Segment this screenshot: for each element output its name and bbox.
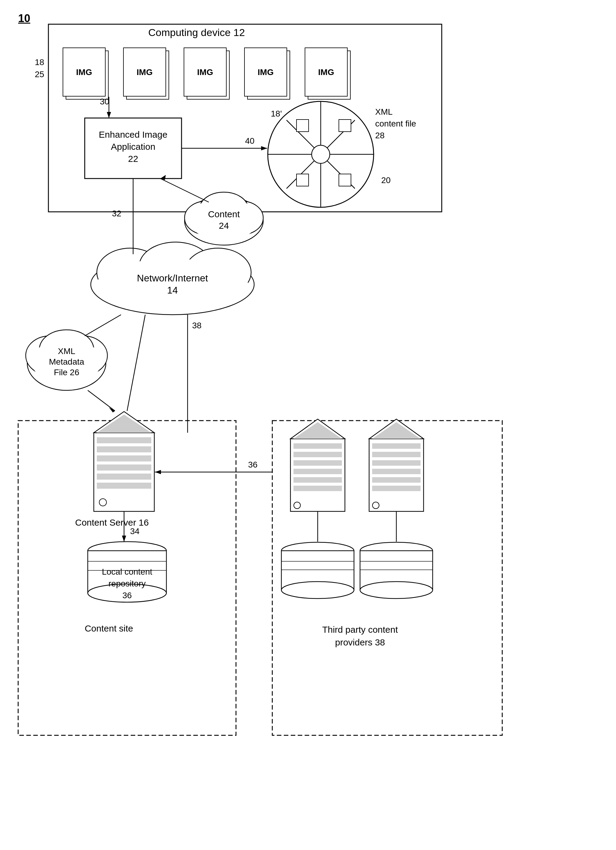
svg-point-54 <box>39 330 94 369</box>
computing-device-label: Computing device 12 <box>148 27 245 39</box>
svg-rect-64 <box>97 437 151 443</box>
svg-rect-62 <box>272 421 502 735</box>
svg-text:XML: XML <box>58 346 75 356</box>
svg-rect-99 <box>372 477 420 483</box>
svg-point-22 <box>268 101 374 207</box>
third-party-label: Third party content providers 38 <box>278 623 442 649</box>
xml-content-file-label: XML content file 28 <box>375 106 416 142</box>
svg-marker-102 <box>369 419 423 439</box>
local-repo-label: Local content repository 36 <box>88 566 166 602</box>
content-site-label: Content site <box>67 623 151 634</box>
svg-point-101 <box>372 502 379 509</box>
svg-marker-33 <box>261 146 267 150</box>
svg-rect-28 <box>296 120 309 132</box>
svg-rect-11 <box>244 48 287 96</box>
svg-text:File 26: File 26 <box>54 368 79 377</box>
svg-line-59 <box>85 315 121 336</box>
svg-rect-89 <box>293 477 342 483</box>
svg-rect-5 <box>123 48 166 96</box>
svg-point-91 <box>294 502 301 509</box>
svg-marker-74 <box>109 407 115 412</box>
svg-point-46 <box>185 248 251 296</box>
svg-line-116 <box>127 315 145 411</box>
svg-rect-10 <box>248 51 290 99</box>
svg-rect-96 <box>372 452 420 457</box>
svg-text:IMG: IMG <box>76 67 92 77</box>
svg-marker-71 <box>94 412 154 433</box>
svg-point-34 <box>185 197 263 245</box>
svg-text:IMG: IMG <box>137 67 153 77</box>
svg-point-77 <box>88 542 166 560</box>
svg-point-106 <box>281 582 354 599</box>
ref-40: 40 <box>245 136 254 146</box>
figure-label: 10 <box>18 12 30 25</box>
svg-text:Metadata: Metadata <box>49 357 84 367</box>
svg-point-47 <box>97 259 248 310</box>
svg-point-43 <box>91 254 254 315</box>
svg-rect-2 <box>63 48 105 96</box>
ref-34: 34 <box>130 527 139 536</box>
svg-rect-98 <box>372 469 420 474</box>
svg-rect-7 <box>187 51 229 99</box>
svg-rect-16 <box>85 118 181 178</box>
svg-text:IMG: IMG <box>318 67 334 77</box>
svg-text:14: 14 <box>167 285 178 296</box>
svg-point-44 <box>97 248 163 296</box>
svg-rect-68 <box>97 474 151 480</box>
svg-rect-94 <box>369 439 423 512</box>
ref-32: 32 <box>112 209 121 218</box>
ref-20: 20 <box>381 175 390 185</box>
svg-point-109 <box>360 542 433 559</box>
svg-point-70 <box>99 499 106 506</box>
svg-marker-76 <box>155 470 161 474</box>
svg-point-38 <box>189 198 259 241</box>
svg-text:Content: Content <box>208 209 240 219</box>
svg-rect-110 <box>360 551 433 590</box>
svg-point-53 <box>59 336 108 375</box>
svg-point-111 <box>360 582 433 599</box>
svg-rect-30 <box>296 174 309 186</box>
svg-text:22: 22 <box>128 154 138 164</box>
svg-rect-84 <box>290 439 345 512</box>
svg-rect-13 <box>308 51 350 99</box>
svg-marker-92 <box>290 419 345 439</box>
ref-25: 25 <box>35 70 44 79</box>
svg-text:IMG: IMG <box>197 67 213 77</box>
svg-rect-29 <box>339 120 351 132</box>
diagram-svg: IMG IMG IMG IMG IMG Enhanced Image Appli… <box>0 0 616 850</box>
svg-rect-95 <box>372 443 420 449</box>
svg-rect-105 <box>281 551 354 590</box>
svg-rect-88 <box>293 469 342 474</box>
svg-rect-63 <box>94 433 154 512</box>
svg-rect-69 <box>97 483 151 489</box>
svg-marker-21 <box>107 112 111 118</box>
ref-18: 18 <box>35 57 44 67</box>
svg-point-37 <box>200 192 248 226</box>
svg-marker-42 <box>160 175 166 180</box>
svg-rect-66 <box>97 455 151 461</box>
svg-point-45 <box>139 242 212 290</box>
svg-rect-1 <box>66 51 108 99</box>
svg-text:Application: Application <box>111 142 155 152</box>
svg-rect-100 <box>372 486 420 491</box>
svg-rect-87 <box>293 460 342 466</box>
svg-text:Network/Internet: Network/Internet <box>137 272 208 284</box>
svg-marker-72 <box>97 415 151 433</box>
svg-marker-93 <box>293 422 342 439</box>
svg-point-27 <box>312 145 330 163</box>
svg-point-35 <box>185 201 227 235</box>
svg-text:Enhanced Image: Enhanced Image <box>99 130 167 139</box>
svg-line-25 <box>287 120 355 189</box>
ref-30: 30 <box>100 97 109 106</box>
svg-point-55 <box>32 339 102 384</box>
svg-rect-4 <box>127 51 169 99</box>
svg-rect-31 <box>339 174 351 186</box>
svg-text:24: 24 <box>219 221 229 230</box>
svg-rect-90 <box>293 486 342 491</box>
svg-rect-67 <box>97 464 151 471</box>
svg-point-51 <box>27 336 106 391</box>
svg-marker-83 <box>122 536 126 542</box>
svg-point-104 <box>281 542 354 559</box>
ref-38: 38 <box>192 321 202 331</box>
svg-point-52 <box>26 336 74 375</box>
